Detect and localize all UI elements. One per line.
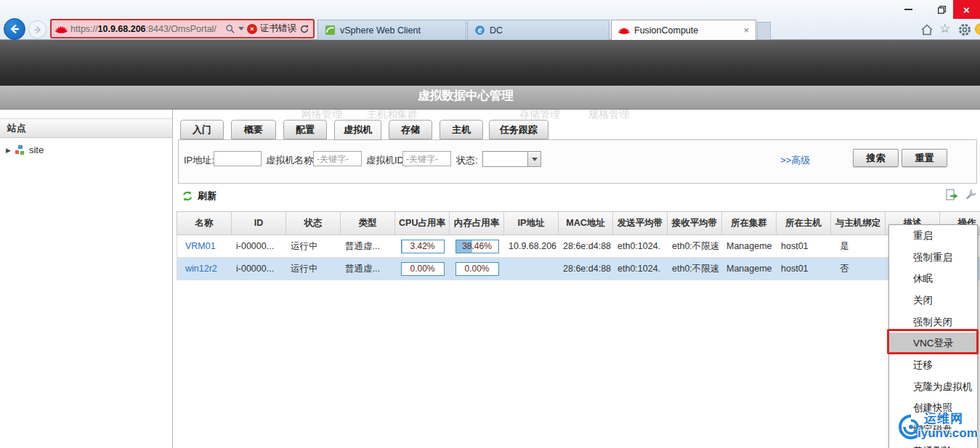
- cert-error-icon: ×: [247, 24, 257, 34]
- tab-task-tracking[interactable]: 任务跟踪: [489, 120, 548, 139]
- tree-item-site[interactable]: ▶ site: [0, 144, 172, 155]
- browser-tab-dc[interactable]: e DC: [467, 20, 610, 40]
- col-rx[interactable]: 接收平均带: [668, 212, 722, 235]
- ip-input[interactable]: [214, 151, 262, 166]
- menu-item-restart[interactable]: 重启: [889, 225, 977, 247]
- tab-getting-started[interactable]: 入门: [180, 120, 224, 139]
- vm-rx-cell: eth0:不限速: [668, 235, 722, 257]
- col-tx[interactable]: 发送平均带: [613, 212, 668, 235]
- select-caret-button[interactable]: [527, 152, 540, 166]
- col-host[interactable]: 所在主机: [777, 212, 831, 235]
- menu-item-clone-vm[interactable]: 克隆为虚拟机: [889, 376, 977, 398]
- table-header-row: 名称 ID 状态 类型 CPU占用率 内存占用率 IP地址 MAC地址 发送平均…: [177, 211, 980, 235]
- vm-id-cell: i-00000...: [232, 235, 286, 257]
- chevron-down-icon: [532, 158, 538, 161]
- tree-expander-icon[interactable]: ▶: [6, 147, 11, 154]
- tab-close-icon[interactable]: ×: [743, 25, 749, 36]
- refresh-button[interactable]: 刷新: [182, 190, 216, 203]
- url-text[interactable]: https://10.9.68.206:8443/OmsPortal/: [70, 24, 222, 34]
- vm-id-input[interactable]: [402, 151, 451, 166]
- window-minimize-button[interactable]: [893, 0, 923, 19]
- vm-mac-cell: 28:6e:d4:88: [559, 235, 613, 257]
- menu-item-shutdown[interactable]: 关闭: [889, 290, 977, 311]
- minimize-icon: [904, 9, 912, 10]
- vm-tx-cell: eth0:1024.: [613, 258, 668, 280]
- status-label: 状态:: [456, 154, 478, 167]
- screen: × https://10.9.68.206:8443/OmsPortal/ × …: [0, 0, 980, 448]
- menu-item-hibernate[interactable]: 休眠: [889, 268, 977, 290]
- vm-mac-cell: 28:6e:d4:88: [559, 258, 613, 280]
- browser-forward-button[interactable]: [28, 20, 46, 38]
- tab-label: DC: [490, 25, 503, 36]
- wrench-icon[interactable]: [965, 187, 978, 200]
- huawei-favicon: [55, 25, 68, 33]
- col-cpu[interactable]: CPU占用率: [395, 212, 450, 235]
- mem-usage-bar: 38.46%: [455, 240, 499, 253]
- home-icon[interactable]: [920, 23, 934, 37]
- vm-bound-cell: 是: [831, 235, 886, 257]
- site-blocks-icon: [15, 144, 25, 155]
- col-mac[interactable]: MAC地址: [559, 212, 613, 235]
- gear-icon[interactable]: [957, 23, 972, 37]
- tab-storage[interactable]: 存储: [389, 120, 432, 139]
- vm-name-link[interactable]: win12r2: [177, 258, 232, 280]
- refresh-label: 刷新: [198, 190, 216, 203]
- feedback-smiley-icon[interactable]: [975, 23, 980, 35]
- browser-tab-fusioncompute[interactable]: FusionCompute ×: [611, 20, 756, 40]
- browser-back-button[interactable]: [4, 18, 25, 40]
- search-button[interactable]: 搜索: [853, 149, 899, 167]
- cert-error-label: 证书错误: [260, 23, 296, 35]
- back-arrow-icon: [8, 23, 21, 36]
- cpu-usage-bar: 3.42%: [401, 240, 445, 253]
- nav-vdc-manage[interactable]: 虚拟数据中心管理: [418, 88, 514, 104]
- advanced-search-link[interactable]: >>高级: [780, 154, 810, 167]
- vsphere-icon: [325, 25, 336, 36]
- favorites-star-icon[interactable]: ☆: [939, 22, 950, 36]
- col-bound[interactable]: 与主机绑定: [831, 212, 886, 235]
- tab-host[interactable]: 主机: [440, 120, 483, 139]
- vm-id-label: 虚拟机ID:: [366, 154, 407, 167]
- vm-ip-cell: [504, 258, 559, 280]
- vm-name-label: 虚拟机名称:: [266, 154, 316, 167]
- search-dropdown-caret[interactable]: [238, 27, 244, 30]
- address-bar[interactable]: https://10.9.68.206:8443/OmsPortal/ × 证书…: [50, 19, 315, 38]
- col-type[interactable]: 类型: [341, 212, 395, 235]
- vm-cluster-cell: Manageme: [722, 235, 777, 257]
- vm-name-link[interactable]: VRM01: [177, 235, 232, 257]
- vm-type-cell: 普通虚...: [341, 235, 395, 257]
- col-id[interactable]: ID: [232, 212, 286, 235]
- tab-configuration[interactable]: 配置: [283, 120, 327, 139]
- vm-name-input[interactable]: [313, 151, 362, 166]
- export-icon[interactable]: [944, 188, 959, 203]
- window-restore-button[interactable]: [926, 0, 957, 19]
- menu-item-migrate[interactable]: 迁移: [889, 354, 977, 376]
- table-row[interactable]: VRM01 i-00000... 运行中 普通虚... 3.42% 38.46%…: [177, 235, 980, 258]
- refresh-page-icon[interactable]: [299, 24, 309, 34]
- status-select[interactable]: [482, 151, 541, 167]
- menu-item-force-restart[interactable]: 强制重启: [889, 247, 977, 269]
- huawei-favicon: [618, 26, 630, 34]
- cpu-usage-bar: 0.00%: [401, 262, 445, 276]
- new-tab-button[interactable]: [757, 22, 771, 40]
- tab-vm[interactable]: 虚拟机: [334, 120, 381, 140]
- col-mem[interactable]: 内存占用率: [450, 212, 504, 235]
- browser-chrome: × https://10.9.68.206:8443/OmsPortal/ × …: [0, 0, 980, 40]
- reset-button[interactable]: 重置: [902, 149, 947, 167]
- tab-label: FusionCompute: [634, 25, 698, 36]
- vm-cluster-cell: Manageme: [722, 258, 777, 280]
- col-cluster[interactable]: 所在集群: [722, 212, 777, 235]
- vm-tx-cell: eth0:1024.: [613, 235, 668, 257]
- col-ip[interactable]: IP地址: [504, 212, 559, 235]
- app-header: HUAWEI FusionCompute 虚拟数据中心监控 虚拟数据中心管理 系…: [0, 40, 980, 86]
- nav-spec[interactable]: 规格管理: [588, 108, 629, 121]
- table-row-selected[interactable]: win12r2 i-00000... 运行中 普通虚... 0.00% 0.00…: [177, 258, 980, 280]
- search-icon[interactable]: [225, 24, 235, 34]
- restore-icon: [937, 5, 947, 15]
- vm-type-cell: 普通虚...: [341, 258, 395, 280]
- svg-text:e: e: [478, 26, 482, 34]
- tab-summary[interactable]: 概要: [231, 120, 276, 139]
- col-name[interactable]: 名称: [177, 212, 232, 235]
- window-close-button[interactable]: ×: [953, 0, 980, 19]
- col-status[interactable]: 状态: [286, 212, 341, 235]
- browser-tab-vsphere[interactable]: vSphere Web Client: [317, 20, 466, 40]
